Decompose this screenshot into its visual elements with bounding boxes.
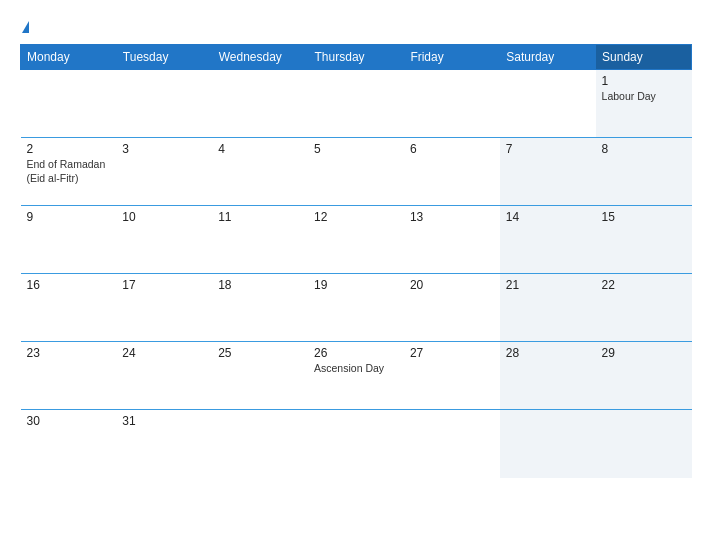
calendar-cell: 21: [500, 274, 596, 342]
day-number: 18: [218, 278, 302, 292]
col-header-friday: Friday: [404, 45, 500, 70]
calendar-cell: 18: [212, 274, 308, 342]
calendar-table: MondayTuesdayWednesdayThursdayFridaySatu…: [20, 44, 692, 478]
calendar-cell: 23: [21, 342, 117, 410]
day-number: 22: [602, 278, 686, 292]
calendar-cell: 14: [500, 206, 596, 274]
calendar-cell: [308, 410, 404, 478]
calendar-cell: [212, 70, 308, 138]
event-label: End of Ramadan: [27, 158, 111, 172]
calendar-header-row: MondayTuesdayWednesdayThursdayFridaySatu…: [21, 45, 692, 70]
day-number: 16: [27, 278, 111, 292]
calendar-cell: 13: [404, 206, 500, 274]
calendar-cell: 9: [21, 206, 117, 274]
calendar-row: 1Labour Day: [21, 70, 692, 138]
day-number: 30: [27, 414, 111, 428]
calendar-cell: [212, 410, 308, 478]
calendar-cell: 7: [500, 138, 596, 206]
calendar-cell: 10: [116, 206, 212, 274]
calendar-cell: 6: [404, 138, 500, 206]
day-number: 24: [122, 346, 206, 360]
calendar-cell: 25: [212, 342, 308, 410]
calendar-cell: 2End of Ramadan(Eid al-Fitr): [21, 138, 117, 206]
calendar-cell: 1Labour Day: [596, 70, 692, 138]
col-header-sunday: Sunday: [596, 45, 692, 70]
day-number: 13: [410, 210, 494, 224]
calendar-cell: 15: [596, 206, 692, 274]
day-number: 1: [602, 74, 686, 88]
day-number: 15: [602, 210, 686, 224]
day-number: 12: [314, 210, 398, 224]
day-number: 14: [506, 210, 590, 224]
col-header-saturday: Saturday: [500, 45, 596, 70]
calendar-cell: 27: [404, 342, 500, 410]
calendar-cell: 3: [116, 138, 212, 206]
day-number: 27: [410, 346, 494, 360]
day-number: 19: [314, 278, 398, 292]
day-number: 21: [506, 278, 590, 292]
logo-top: [20, 18, 29, 34]
calendar-row: 9101112131415: [21, 206, 692, 274]
calendar-cell: 5: [308, 138, 404, 206]
calendar-cell: [500, 410, 596, 478]
day-number: 25: [218, 346, 302, 360]
day-number: 8: [602, 142, 686, 156]
calendar-cell: [116, 70, 212, 138]
page: MondayTuesdayWednesdayThursdayFridaySatu…: [0, 0, 712, 550]
calendar-cell: 20: [404, 274, 500, 342]
col-header-monday: Monday: [21, 45, 117, 70]
day-number: 2: [27, 142, 111, 156]
calendar-cell: [404, 410, 500, 478]
day-number: 5: [314, 142, 398, 156]
logo: [20, 18, 29, 34]
day-number: 6: [410, 142, 494, 156]
day-number: 20: [410, 278, 494, 292]
calendar-cell: 24: [116, 342, 212, 410]
calendar-cell: 4: [212, 138, 308, 206]
header: [20, 18, 692, 34]
day-number: 11: [218, 210, 302, 224]
day-number: 17: [122, 278, 206, 292]
calendar-cell: [596, 410, 692, 478]
day-number: 29: [602, 346, 686, 360]
calendar-cell: 26Ascension Day: [308, 342, 404, 410]
calendar-cell: [308, 70, 404, 138]
calendar-cell: 8: [596, 138, 692, 206]
calendar-row: 2End of Ramadan(Eid al-Fitr)345678: [21, 138, 692, 206]
calendar-cell: 30: [21, 410, 117, 478]
day-number: 10: [122, 210, 206, 224]
logo-triangle-icon: [22, 21, 29, 33]
col-header-wednesday: Wednesday: [212, 45, 308, 70]
day-number: 4: [218, 142, 302, 156]
event-label: (Eid al-Fitr): [27, 172, 111, 186]
col-header-thursday: Thursday: [308, 45, 404, 70]
calendar-cell: 12: [308, 206, 404, 274]
calendar-cell: 17: [116, 274, 212, 342]
day-number: 26: [314, 346, 398, 360]
event-label: Labour Day: [602, 90, 686, 104]
calendar-cell: 31: [116, 410, 212, 478]
event-label: Ascension Day: [314, 362, 398, 376]
day-number: 7: [506, 142, 590, 156]
day-number: 28: [506, 346, 590, 360]
calendar-cell: 28: [500, 342, 596, 410]
calendar-cell: [500, 70, 596, 138]
calendar-cell: [404, 70, 500, 138]
day-number: 31: [122, 414, 206, 428]
day-number: 23: [27, 346, 111, 360]
calendar-row: 23242526Ascension Day272829: [21, 342, 692, 410]
calendar-cell: 16: [21, 274, 117, 342]
calendar-cell: 11: [212, 206, 308, 274]
day-number: 3: [122, 142, 206, 156]
day-number: 9: [27, 210, 111, 224]
calendar-cell: 29: [596, 342, 692, 410]
calendar-cell: [21, 70, 117, 138]
calendar-row: 3031: [21, 410, 692, 478]
calendar-cell: 22: [596, 274, 692, 342]
calendar-row: 16171819202122: [21, 274, 692, 342]
col-header-tuesday: Tuesday: [116, 45, 212, 70]
calendar-cell: 19: [308, 274, 404, 342]
